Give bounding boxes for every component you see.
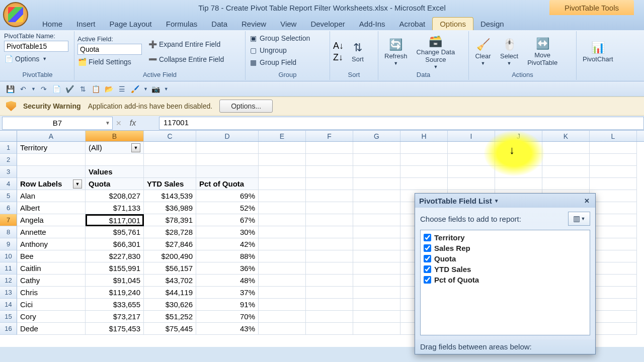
cell[interactable] [590, 250, 637, 262]
report-filter-value[interactable]: (All)▼ [86, 142, 144, 154]
cell[interactable]: $95,761 [86, 226, 144, 238]
cell[interactable] [259, 262, 306, 275]
cell[interactable] [353, 238, 400, 250]
cell[interactable] [590, 238, 637, 250]
field-checkbox[interactable] [424, 276, 431, 284]
field-checkbox[interactable] [424, 234, 431, 241]
row-labels-header[interactable]: Row Labels▼ [17, 178, 86, 190]
cell[interactable] [306, 250, 353, 262]
cell[interactable]: 48% [196, 275, 259, 287]
field-item-pct-of-quota[interactable]: Pct of Quota [424, 275, 587, 285]
cell[interactable] [400, 166, 448, 178]
cell[interactable]: $56,157 [144, 262, 196, 275]
tab-options[interactable]: Options [432, 17, 473, 30]
cell[interactable] [306, 178, 353, 190]
cell[interactable] [353, 275, 400, 287]
cell[interactable] [542, 142, 590, 154]
cell[interactable] [144, 154, 196, 166]
column-header-C[interactable]: C [144, 131, 196, 141]
cell[interactable] [590, 166, 637, 178]
cell[interactable] [259, 214, 306, 226]
cell[interactable]: Chris [17, 287, 86, 299]
field-checkbox[interactable] [424, 255, 431, 262]
cell[interactable] [259, 299, 306, 311]
cell[interactable] [306, 154, 353, 166]
cell[interactable] [353, 299, 400, 311]
cell[interactable] [144, 142, 196, 154]
camera-icon[interactable]: 📷 [151, 84, 161, 94]
row-header-8[interactable]: 8 [0, 226, 17, 238]
column-header-A[interactable]: A [17, 131, 86, 141]
cell[interactable]: Anthony [17, 238, 86, 250]
field-checkbox[interactable] [424, 265, 431, 273]
cell[interactable]: $71,133 [86, 202, 144, 214]
cell[interactable]: $117,001 [86, 214, 144, 226]
select-button[interactable]: 🖱️Select▼ [497, 36, 521, 67]
spellcheck-icon[interactable]: ✔️ [65, 84, 75, 94]
tab-home[interactable]: Home [35, 18, 69, 30]
cell[interactable]: 91% [196, 299, 259, 311]
cell[interactable]: 30% [196, 226, 259, 238]
cell[interactable]: $43,702 [144, 275, 196, 287]
column-header-ytd-sales[interactable]: YTD Sales [144, 178, 196, 190]
field-list-layout-button[interactable]: ▥ ▼ [568, 212, 590, 226]
cell[interactable] [448, 166, 495, 178]
security-options-button[interactable]: Options... [219, 100, 273, 113]
cell[interactable] [353, 190, 400, 202]
cell[interactable]: $78,391 [144, 214, 196, 226]
field-item-quota[interactable]: Quota [424, 253, 587, 264]
cell[interactable] [306, 275, 353, 287]
column-header-G[interactable]: G [353, 131, 400, 141]
cell[interactable] [495, 142, 542, 154]
cell[interactable]: $155,991 [86, 262, 144, 275]
sort-button[interactable]: ⇅ Sort [347, 39, 369, 64]
cell[interactable] [259, 275, 306, 287]
cell[interactable] [590, 311, 637, 323]
cell[interactable] [590, 287, 637, 299]
cell[interactable] [590, 299, 637, 311]
cell[interactable] [590, 202, 637, 214]
collapse-field-button[interactable]: ➖ Collapse Entire Field [148, 53, 224, 65]
cell[interactable]: 69% [196, 190, 259, 202]
column-header-quota[interactable]: Quota [86, 178, 144, 190]
field-item-ytd-sales[interactable]: YTD Sales [424, 264, 587, 275]
cell[interactable] [196, 142, 259, 154]
cell[interactable]: $75,445 [144, 323, 196, 335]
column-header-K[interactable]: K [542, 131, 590, 141]
cell[interactable] [86, 154, 144, 166]
expand-field-button[interactable]: ➕ Expand Entire Field [148, 38, 224, 50]
cell[interactable] [495, 154, 542, 166]
cell[interactable] [306, 323, 353, 335]
cell[interactable] [353, 214, 400, 226]
row-header-10[interactable]: 10 [0, 250, 17, 262]
select-all-corner[interactable] [0, 131, 17, 141]
field-list-titlebar[interactable]: PivotTable Field List ▼ ✕ [415, 194, 595, 208]
cell[interactable] [259, 154, 306, 166]
cell[interactable] [448, 178, 495, 190]
cell[interactable]: Dede [17, 323, 86, 335]
cell[interactable] [259, 250, 306, 262]
row-header-9[interactable]: 9 [0, 238, 17, 250]
column-header-I[interactable]: I [448, 131, 495, 141]
cell[interactable] [17, 154, 86, 166]
name-box[interactable]: B7 ▼ [2, 117, 113, 130]
cell[interactable] [306, 262, 353, 275]
cell[interactable] [353, 178, 400, 190]
cell[interactable] [306, 214, 353, 226]
group-field-button[interactable]: ▦Group Field [249, 56, 296, 68]
fx-icon[interactable]: fx [127, 119, 139, 128]
tab-developer[interactable]: Developer [303, 18, 352, 30]
cell[interactable]: $208,027 [86, 190, 144, 202]
pivottable-field-list-panel[interactable]: PivotTable Field List ▼ ✕ Choose fields … [415, 193, 596, 354]
tab-add-ins[interactable]: Add-Ins [352, 18, 392, 30]
cell[interactable] [306, 166, 353, 178]
cell[interactable]: Annette [17, 226, 86, 238]
cell[interactable]: $119,240 [86, 287, 144, 299]
cell[interactable] [259, 238, 306, 250]
office-button[interactable] [3, 2, 28, 27]
cell[interactable] [448, 154, 495, 166]
undo-icon[interactable]: ↶ [18, 84, 28, 94]
open-icon[interactable]: 📂 [104, 84, 114, 94]
cell[interactable] [542, 178, 590, 190]
cell[interactable]: $91,045 [86, 275, 144, 287]
